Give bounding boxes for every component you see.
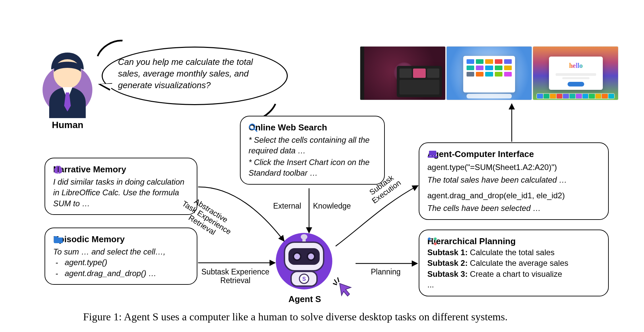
human-label: Human [52,120,83,130]
aci-r1: The total sales have been calculated … [427,175,600,185]
edge-planning: Planning [371,267,401,276]
figure-caption: Figure 1: Agent S uses a computer like a… [83,311,507,323]
svg-point-7 [434,243,437,245]
hp-s3t: Create a chart to visualize [468,269,562,278]
desktop-thumb-windows [447,47,532,100]
cursor-icon [332,276,352,296]
web-search-title: Online Web Search [249,122,327,133]
hp-title: Hierarchical Planning [427,236,516,247]
aci-c1: agent.type("=SUM(Sheet1.A2:A20)") [427,162,600,173]
desktop-thumb-macos: hello [533,47,618,100]
svg-point-13 [294,253,300,259]
edge-knowledge: Knowledge [313,202,351,211]
web-search-box: Online Web Search * Select the cells con… [240,116,385,185]
svg-rect-4 [428,156,438,158]
web-search-l2: * Click the Insert Chart icon on the Sta… [249,157,376,179]
svg-text:S: S [302,276,306,282]
hp-s2t: Calculate the average sales [468,258,568,267]
narrative-title: Narrative Memory [53,164,126,175]
hp-s3l: Subtask 3: [427,269,468,278]
aci-box: Agent-Computer Interface agent.type("=SU… [419,142,609,220]
aci-c2: agent.drag_and_drop(ele_id1, ele_id2) [427,190,600,201]
episodic-intro: To sum … and select the cell…, [53,247,189,257]
svg-line-19 [334,279,337,283]
laptop-icon [427,150,438,159]
hierarchy-icon [427,237,437,246]
hp-dots: ... [427,279,600,290]
aci-r2: The cells have been selected … [427,203,600,214]
web-search-l1: * Select the cells containing all the re… [249,135,376,156]
svg-point-15 [308,253,314,259]
hp-s1l: Subtask 1: [427,248,468,257]
agent-label: Agent S [286,294,323,304]
episodic-title: Episodic Memory [53,234,125,245]
svg-point-6 [434,238,437,240]
figure-stage: Human Can you help me calculate the tota… [0,0,644,332]
episodic-memory-box: Episodic Memory To sum … and select the … [45,228,197,285]
speech-bubble: Can you help me calculate the total sale… [102,47,288,105]
edge-external: External [273,202,301,211]
narrative-body: I did similar tasks in doing calculation… [53,177,189,209]
speech-text: Can you help me calculate the total sale… [118,57,253,90]
svg-line-21 [333,283,337,285]
svg-line-20 [338,277,339,282]
svg-point-5 [428,238,431,240]
svg-rect-3 [429,151,436,156]
desktop-thumb-linux [360,47,445,100]
episodic-li2: agent.drag_and_drop() … [65,269,157,278]
hp-s1t: Calculate the total sales [468,248,554,257]
folder-icon [53,235,63,244]
hp-box: Hierarchical Planning Subtask 1: Calcula… [419,230,609,296]
svg-line-2 [254,129,257,131]
edge-subtask-exp: Subtask Experience Retrieval [201,267,269,285]
human-avatar-icon [39,50,96,118]
narrative-memory-box: Narrative Memory I did similar tasks in … [45,158,197,215]
episodic-li1: agent.type() [65,258,107,267]
hp-s2l: Subtask 2: [427,258,468,267]
brain-icon [53,165,63,174]
search-icon [249,123,258,132]
aci-title: Agent-Computer Interface [427,148,534,160]
robot-icon: S [278,229,330,292]
